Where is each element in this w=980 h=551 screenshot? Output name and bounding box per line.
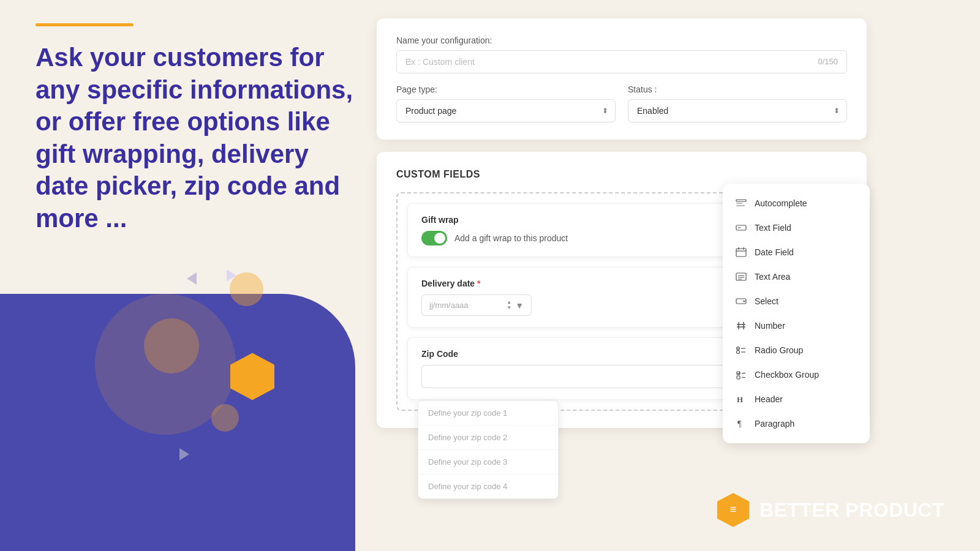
orange-accent-line bbox=[36, 23, 134, 26]
field-type-autocomplete-icon[interactable]: Autocomplete bbox=[723, 191, 870, 216]
svg-rect-2 bbox=[736, 203, 742, 204]
page-type-select[interactable]: Product page bbox=[396, 99, 616, 122]
field-type-date-field-icon[interactable]: Date Field bbox=[723, 240, 870, 264]
field-type-label-0: Autocomplete bbox=[755, 198, 807, 208]
field-types-panel: Autocomplete Text Field Date Field Text … bbox=[723, 184, 870, 443]
field-type-label-9: Paragraph bbox=[755, 419, 794, 429]
status-select[interactable]: Enabled bbox=[628, 99, 847, 122]
deco-hexagon bbox=[228, 352, 277, 401]
field-type-text-area-icon[interactable]: Text Area bbox=[723, 264, 870, 289]
field-type-header-icon[interactable]: H Header bbox=[723, 387, 870, 411]
deco-circle-medium bbox=[144, 318, 199, 373]
svg-rect-3 bbox=[736, 205, 745, 206]
field-type-label-8: Header bbox=[755, 394, 783, 404]
paragraph-icon: ¶ bbox=[735, 418, 747, 430]
date-field-icon bbox=[735, 246, 747, 258]
status-label: Status : bbox=[628, 84, 847, 94]
page-type-field: Page type: Product page ⬍ bbox=[396, 84, 616, 122]
svg-rect-26 bbox=[737, 376, 740, 379]
delivery-date-required: * bbox=[477, 279, 480, 288]
config-card: Name your configuration: Ex : Custom cli… bbox=[377, 18, 867, 140]
field-type-radio-group-icon[interactable]: Radio Group bbox=[723, 338, 870, 362]
field-type-paragraph-icon[interactable]: ¶ Paragraph bbox=[723, 411, 870, 436]
logo-area: ≡ BETTER PRODUCT bbox=[715, 492, 944, 528]
svg-text:≡: ≡ bbox=[729, 503, 736, 515]
char-count: 0/150 bbox=[818, 57, 838, 67]
zip-code-suggestions: Define your zip code 1 Define your zip c… bbox=[418, 400, 559, 499]
status-select-wrapper: Enabled ⬍ bbox=[628, 99, 847, 122]
delivery-date-placeholder: jj/mm/aaaa bbox=[429, 301, 503, 310]
page-status-row: Page type: Product page ⬍ Status : Enabl… bbox=[396, 84, 847, 122]
deco-circle-small-bottom bbox=[211, 404, 239, 432]
arrow-right-top-icon bbox=[227, 269, 236, 282]
field-type-number-icon[interactable]: Number bbox=[723, 313, 870, 338]
suggestion-item-1[interactable]: Define your zip code 1 bbox=[418, 401, 558, 425]
logo-hexagon: ≡ bbox=[715, 492, 751, 528]
autocomplete-icon bbox=[735, 197, 747, 209]
checkbox-group-icon bbox=[735, 369, 747, 381]
name-config-label: Name your configuration: bbox=[396, 36, 847, 45]
svg-rect-6 bbox=[736, 249, 746, 257]
text-area-icon bbox=[735, 271, 747, 283]
suggestion-item-4[interactable]: Define your zip code 4 bbox=[418, 474, 558, 498]
svg-point-22 bbox=[737, 351, 740, 354]
calendar-icon: ▼ bbox=[515, 301, 524, 310]
gift-wrap-toggle[interactable] bbox=[421, 231, 447, 246]
name-config-input-wrapper[interactable]: Ex : Custom client 0/150 bbox=[396, 50, 847, 73]
suggestion-item-2[interactable]: Define your zip code 2 bbox=[418, 425, 558, 450]
svg-text:¶: ¶ bbox=[737, 419, 742, 429]
field-type-text-field-icon[interactable]: Text Field bbox=[723, 216, 870, 240]
field-type-label-1: Text Field bbox=[755, 223, 791, 233]
field-type-checkbox-group-icon[interactable]: Checkbox Group bbox=[723, 362, 870, 387]
gift-wrap-toggle-text: Add a gift wrap to this product bbox=[454, 233, 568, 243]
select-icon bbox=[735, 295, 747, 307]
svg-rect-4 bbox=[736, 225, 746, 230]
hero-section: Ask your customers for any specific info… bbox=[36, 42, 360, 234]
field-type-label-6: Radio Group bbox=[755, 345, 803, 355]
text-field-icon bbox=[735, 222, 747, 234]
status-field: Status : Enabled ⬍ bbox=[628, 84, 847, 122]
suggestion-item-3[interactable]: Define your zip code 3 bbox=[418, 450, 558, 474]
field-type-label-4: Select bbox=[755, 296, 778, 306]
svg-marker-0 bbox=[230, 353, 274, 400]
arrow-right-bottom-icon bbox=[179, 448, 189, 460]
field-type-label-2: Date Field bbox=[755, 247, 794, 257]
arrow-left-icon bbox=[187, 272, 197, 285]
custom-fields-title: CUSTOM FIELDS bbox=[396, 169, 847, 180]
svg-text:H: H bbox=[737, 395, 743, 404]
number-icon bbox=[735, 320, 747, 332]
field-type-label-7: Checkbox Group bbox=[755, 370, 819, 380]
svg-rect-1 bbox=[736, 200, 746, 201]
radio-group-icon bbox=[735, 344, 747, 356]
date-stepper-icon: ▲ ▼ bbox=[507, 300, 511, 310]
logo-text: BETTER PRODUCT bbox=[760, 499, 944, 522]
page-type-label: Page type: bbox=[396, 84, 616, 94]
field-type-label-3: Text Area bbox=[755, 272, 790, 282]
header-icon: H bbox=[735, 393, 747, 405]
page-type-select-wrapper: Product page ⬍ bbox=[396, 99, 616, 122]
delivery-date-input[interactable]: jj/mm/aaaa ▲ ▼ ▼ bbox=[421, 294, 532, 316]
field-type-label-5: Number bbox=[755, 321, 785, 331]
name-config-placeholder: Ex : Custom client bbox=[405, 57, 475, 67]
svg-point-20 bbox=[737, 348, 739, 349]
field-type-select-icon[interactable]: Select bbox=[723, 289, 870, 313]
hero-title: Ask your customers for any specific info… bbox=[36, 42, 360, 234]
